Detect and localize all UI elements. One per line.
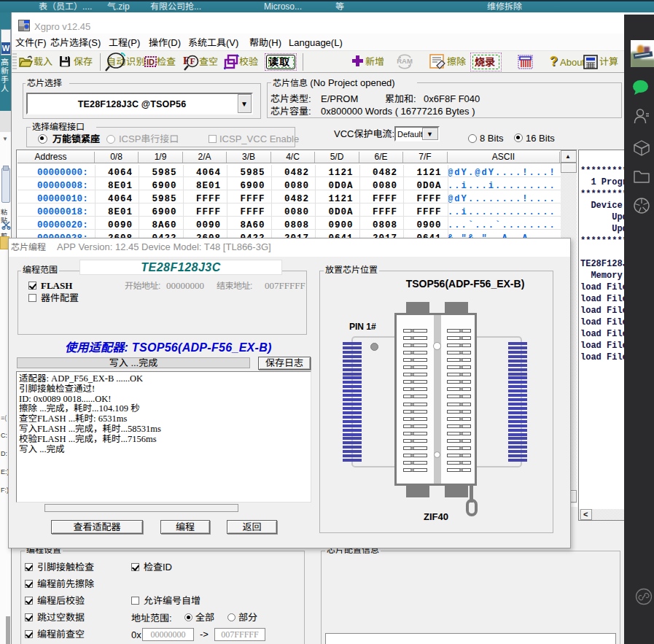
svg-text:ID: ID <box>147 58 155 66</box>
svg-text:F: F <box>190 56 195 66</box>
